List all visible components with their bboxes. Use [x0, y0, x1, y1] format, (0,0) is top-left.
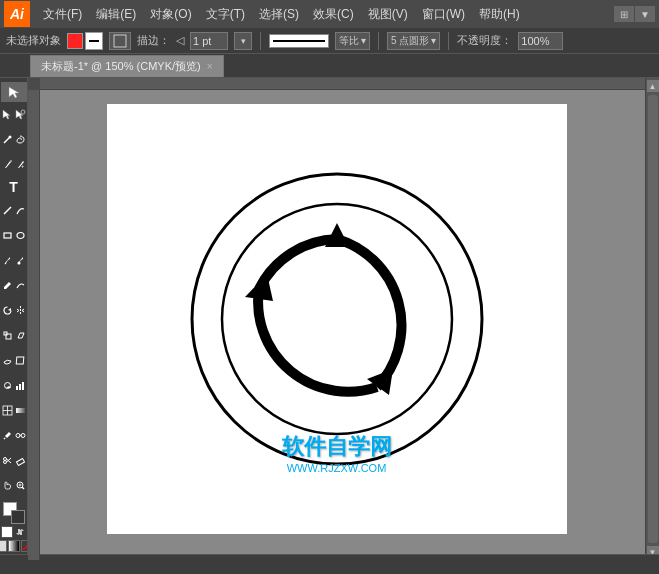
gradient-swatch-button[interactable] [8, 540, 20, 552]
stroke-swatch[interactable] [11, 510, 25, 524]
tab-title: 未标题-1* @ 150% (CMYK/预览) [41, 59, 201, 74]
document-tab[interactable]: 未标题-1* @ 150% (CMYK/预览) × [30, 55, 224, 77]
svg-point-9 [17, 261, 20, 264]
paintbrush-button[interactable] [1, 248, 14, 272]
tab-bar: 未标题-1* @ 150% (CMYK/预览) × [0, 54, 659, 78]
fill-color-box[interactable] [67, 33, 83, 49]
menu-view[interactable]: 视图(V) [361, 6, 415, 23]
solid-color-button[interactable] [0, 540, 7, 552]
shear-button[interactable] [14, 323, 27, 347]
free-transform-button[interactable] [14, 348, 27, 372]
vertical-ruler [28, 90, 40, 560]
group-selection-button[interactable] [14, 103, 27, 127]
selection-tools-row [1, 103, 27, 127]
mesh-button[interactable] [1, 398, 14, 422]
svg-rect-31 [16, 458, 24, 465]
svg-text:☁: ☁ [5, 382, 10, 388]
lasso-button[interactable] [14, 128, 27, 152]
arc-button[interactable] [14, 198, 27, 222]
pen-add-button[interactable]: + [14, 153, 27, 177]
menu-window[interactable]: 窗口(W) [415, 6, 472, 23]
vertical-scrollbar[interactable]: ▲ ▼ [645, 78, 659, 560]
tab-close-button[interactable]: × [207, 61, 213, 72]
scissors-button[interactable] [1, 448, 14, 472]
blend-button[interactable] [14, 423, 27, 447]
blob-brush-button[interactable] [14, 248, 27, 272]
wand-lasso-row [1, 128, 27, 152]
grid-view-button[interactable]: ⊞ [614, 6, 634, 22]
selection-tool-button[interactable] [1, 82, 27, 102]
menu-bar: 文件(F) 编辑(E) 对象(O) 文字(T) 选择(S) 效果(C) 视图(V… [36, 6, 614, 23]
pencil-tools-row [1, 273, 27, 297]
ruler-corner [28, 78, 40, 90]
svg-point-24 [16, 433, 20, 437]
svg-rect-36 [9, 541, 19, 551]
stroke-line-preview [269, 34, 329, 48]
line-button[interactable] [1, 198, 14, 222]
canvas-with-scroll: 软件自学网 WWW.RJZXW.COM ▲ ▼ [28, 78, 659, 560]
menu-type[interactable]: 文字(T) [199, 6, 252, 23]
opacity-input[interactable] [518, 32, 563, 50]
stroke-unit-dropdown[interactable]: ▾ [234, 32, 252, 50]
svg-rect-17 [19, 384, 21, 390]
svg-point-25 [21, 433, 25, 437]
stroke-label: 描边： [137, 33, 170, 48]
opacity-label: 不透明度： [457, 33, 512, 48]
smooth-button[interactable] [14, 273, 27, 297]
stroke-value-input[interactable] [190, 32, 228, 50]
scale-button[interactable] [1, 323, 14, 347]
svg-point-28 [3, 460, 6, 463]
menu-object[interactable]: 对象(O) [143, 6, 198, 23]
pen-button[interactable] [1, 153, 14, 177]
reflect-button[interactable] [14, 298, 27, 322]
gradient-button[interactable] [14, 398, 27, 422]
default-colors-button[interactable] [1, 526, 13, 538]
type-button[interactable]: T [1, 178, 27, 198]
symbol-sprayer-button[interactable]: ☁ [1, 373, 14, 397]
stroke-style-selector[interactable] [109, 32, 131, 50]
rotate-button[interactable] [1, 298, 14, 322]
none-fill-button[interactable] [21, 540, 29, 552]
brush-shape-dropdown[interactable]: 5 点圆形 ▾ [387, 32, 440, 50]
svg-line-6 [4, 207, 11, 214]
stroke-color-box[interactable] [85, 32, 103, 50]
ellipse-button[interactable] [14, 223, 27, 247]
scroll-thumb-v[interactable] [648, 95, 658, 543]
artwork-svg [177, 159, 497, 479]
options-bar: 未选择对象 描边： ◁ ▾ 等比 ▾ 5 点圆形 ▾ 不透明度： [0, 28, 659, 54]
shape-tools-row [1, 223, 27, 247]
menu-file[interactable]: 文件(F) [36, 6, 89, 23]
stroke-line-inner [273, 40, 325, 42]
scroll-up-button[interactable]: ▲ [647, 80, 659, 92]
pencil-button[interactable] [1, 273, 14, 297]
minimize-button[interactable]: ▼ [635, 6, 655, 22]
eyedropper-button[interactable] [1, 423, 14, 447]
canvas-inner[interactable]: 软件自学网 WWW.RJZXW.COM [28, 78, 645, 560]
menu-help[interactable]: 帮助(H) [472, 6, 527, 23]
rectangle-button[interactable] [1, 223, 14, 247]
color-view-row [0, 540, 28, 552]
menu-edit[interactable]: 编辑(E) [89, 6, 143, 23]
warp-button[interactable] [1, 348, 14, 372]
stroke-type-dropdown[interactable]: 等比 ▾ [335, 32, 370, 50]
menu-effect[interactable]: 效果(C) [306, 6, 361, 23]
magic-wand-button[interactable] [1, 128, 14, 152]
direct-selection-button[interactable] [1, 103, 14, 127]
svg-rect-22 [16, 408, 25, 413]
swap-colors-button[interactable] [14, 526, 26, 538]
svg-rect-0 [114, 35, 126, 47]
status-bar [0, 554, 659, 574]
menu-select[interactable]: 选择(S) [252, 6, 306, 23]
separator-1 [260, 32, 261, 50]
svg-point-4 [10, 160, 12, 162]
column-graph-button[interactable] [14, 373, 27, 397]
symbol-graph-row: ☁ [1, 373, 27, 397]
svg-rect-7 [4, 233, 11, 238]
toolbar: + T [0, 78, 28, 574]
canvas-container: 软件自学网 WWW.RJZXW.COM ▲ ▼ ◀ ▶ [28, 78, 659, 574]
mesh-gradient-row [1, 398, 27, 422]
app-logo: Ai [4, 1, 30, 27]
zoom-button[interactable] [14, 473, 27, 497]
hand-button[interactable] [1, 473, 14, 497]
eraser-button[interactable] [14, 448, 27, 472]
